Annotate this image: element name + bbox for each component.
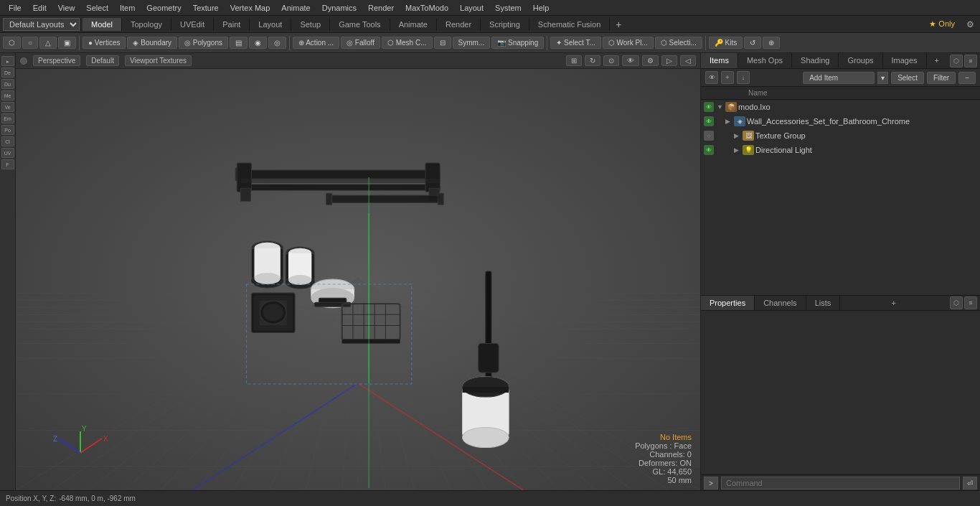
tab-lists[interactable]: Lists xyxy=(806,296,841,310)
work-plane-btn[interactable]: ⬡ Work Pl... xyxy=(603,37,654,49)
mode-extra-btn[interactable]: ◎ xyxy=(268,37,286,49)
tree-item-texture-group[interactable]: ○ ▶ 🖼 Texture Group xyxy=(701,128,980,143)
sidebar-pol-btn[interactable]: Po xyxy=(1,125,14,135)
vp-icon-zoom[interactable]: ⊙ xyxy=(603,55,619,66)
menu-texture[interactable]: Texture xyxy=(187,2,225,14)
sel-mode-vert[interactable]: ⬡ xyxy=(3,37,21,49)
menu-item[interactable]: Item xyxy=(114,2,141,14)
tab-items[interactable]: Items xyxy=(701,53,738,68)
add-col-btn[interactable]: + xyxy=(721,71,734,84)
tab-game-tools[interactable]: Game Tools xyxy=(330,18,390,31)
boundary-btn[interactable]: ◈ Boundary xyxy=(127,37,177,49)
tab-paint[interactable]: Paint xyxy=(214,18,250,31)
sidebar-cl-btn[interactable]: Cl xyxy=(1,136,14,146)
add-layout-tab[interactable]: + xyxy=(610,17,627,32)
rotate-view-btn[interactable]: ↺ xyxy=(744,37,761,49)
sidebar-mesh-btn[interactable]: Me xyxy=(1,90,14,100)
sidebar-em-btn[interactable]: Em xyxy=(1,113,14,123)
tab-schematic-fusion[interactable]: Schematic Fusion xyxy=(529,18,610,31)
tree-item-modo-lxo[interactable]: 👁 ▼ 📦 modo.lxo xyxy=(701,100,980,114)
add-item-dropdown[interactable]: ▾ xyxy=(877,72,888,84)
vp-icon-orbit[interactable]: ↻ xyxy=(585,55,600,66)
tab-images[interactable]: Images xyxy=(883,53,927,68)
right-panel-settings-btn[interactable]: ≡ xyxy=(964,55,977,67)
select-items-btn[interactable]: Select xyxy=(891,72,924,84)
menu-file[interactable]: File xyxy=(3,2,27,14)
menu-layout[interactable]: Layout xyxy=(454,2,489,14)
visibility-icon-wall[interactable]: 👁 xyxy=(704,116,714,126)
symmetry-btn[interactable]: Symm... xyxy=(453,37,491,49)
menu-select[interactable]: Select xyxy=(80,2,114,14)
vp-icon-next[interactable]: ▷ xyxy=(661,55,677,66)
action-btn[interactable]: ⊕ Action ... xyxy=(293,37,339,49)
vp-icon-prev[interactable]: ◁ xyxy=(680,55,696,66)
pin-col-btn[interactable]: ↓ xyxy=(737,71,750,84)
viewport-canvas[interactable]: No Items Polygons : Face Channels: 0 Def… xyxy=(16,69,700,490)
menu-maxtomodo[interactable]: MaxToModo xyxy=(400,2,454,14)
visibility-icon-texture[interactable]: ○ xyxy=(704,131,714,141)
tab-properties[interactable]: Properties xyxy=(701,296,755,310)
vp-icon-settings[interactable]: ⚙ xyxy=(642,55,659,66)
sidebar-top-btn[interactable]: ▸ xyxy=(1,56,14,66)
bottom-panel-settings-btn[interactable]: ≡ xyxy=(964,296,977,309)
sym-icon-btn[interactable]: ⊟ xyxy=(434,37,451,49)
sidebar-vert-btn[interactable]: Ve xyxy=(1,102,14,112)
filter-items-btn[interactable]: Filter xyxy=(927,72,956,84)
tab-mesh-ops[interactable]: Mesh Ops xyxy=(738,53,792,68)
menu-view[interactable]: View xyxy=(52,2,81,14)
falloff-btn[interactable]: ◎ Falloff xyxy=(341,37,380,49)
menu-geometry[interactable]: Geometry xyxy=(141,2,187,14)
command-submit-btn[interactable]: ⏎ xyxy=(963,477,977,489)
tab-channels[interactable]: Channels xyxy=(755,296,806,310)
snapping-btn[interactable]: 📷 Snapping xyxy=(491,37,544,49)
mode-box-btn[interactable]: ▤ xyxy=(230,37,248,49)
default-shading-btn[interactable]: Default xyxy=(86,55,119,66)
visibility-icon-light[interactable]: 👁 xyxy=(704,145,714,155)
menu-system[interactable]: System xyxy=(489,2,527,14)
visibility-col-btn[interactable]: 👁 xyxy=(705,71,718,84)
select-type-btn[interactable]: ✦ Select T... xyxy=(550,37,601,49)
tab-uvedit[interactable]: UVEdit xyxy=(171,18,214,31)
tree-item-dir-light[interactable]: 👁 ▶ 💡 Directional Light xyxy=(701,143,980,157)
mesh-constraint-btn[interactable]: ⬡ Mesh C... xyxy=(382,37,433,49)
tab-scripting[interactable]: Scripting xyxy=(481,18,529,31)
sel-mode-poly[interactable]: △ xyxy=(39,37,57,49)
tree-item-wall-accessories[interactable]: 👁 ▶ ◈ Wall_Accessories_Set_for_Bathroom_… xyxy=(701,114,980,128)
tab-animate[interactable]: Animate xyxy=(390,18,437,31)
tab-setup[interactable]: Setup xyxy=(291,18,330,31)
sidebar-dup-btn[interactable]: Du xyxy=(1,79,14,89)
menu-dynamics[interactable]: Dynamics xyxy=(316,2,362,14)
vp-icon-layout[interactable]: ⊞ xyxy=(566,55,582,66)
sidebar-de-btn[interactable]: De xyxy=(1,67,14,78)
tab-topology[interactable]: Topology xyxy=(122,18,171,31)
vp-icon-look[interactable]: 👁 xyxy=(622,55,639,66)
sidebar-f-btn[interactable]: F xyxy=(1,159,14,169)
layout-settings-icon[interactable]: ⚙ xyxy=(961,18,980,31)
bottom-panel-expand-btn[interactable]: ⬡ xyxy=(950,296,963,309)
sel-mode-edge[interactable]: ○ xyxy=(22,37,38,49)
command-input[interactable] xyxy=(721,477,960,489)
mode-sphere-btn[interactable]: ◉ xyxy=(249,37,267,49)
menu-edit[interactable]: Edit xyxy=(27,2,52,14)
tab-render[interactable]: Render xyxy=(437,18,481,31)
vr-btn[interactable]: ⊕ xyxy=(763,37,780,49)
visibility-icon-modo[interactable]: 👁 xyxy=(704,102,714,112)
viewport-textures-btn[interactable]: Viewport Textures xyxy=(125,55,192,66)
minus-items-btn[interactable]: − xyxy=(958,72,976,84)
add-right-tab[interactable]: + xyxy=(929,53,945,68)
selection-btn[interactable]: ⬡ Selecti... xyxy=(655,37,702,49)
menu-render[interactable]: Render xyxy=(362,2,400,14)
tab-shading[interactable]: Shading xyxy=(792,53,839,68)
add-item-btn[interactable]: Add Item xyxy=(803,72,875,84)
menu-help[interactable]: Help xyxy=(527,2,555,14)
command-prompt-btn[interactable]: > xyxy=(704,477,718,489)
add-bottom-tab[interactable]: + xyxy=(885,296,901,310)
default-layouts-select[interactable]: Default Layouts xyxy=(3,18,80,31)
tab-groups[interactable]: Groups xyxy=(839,53,882,68)
sel-mode-item[interactable]: ▣ xyxy=(58,37,76,49)
star-only[interactable]: ★ Only xyxy=(923,18,961,30)
menu-animate[interactable]: Animate xyxy=(275,2,316,14)
vertices-btn[interactable]: ● Vertices xyxy=(83,37,126,49)
perspective-btn[interactable]: Perspective xyxy=(33,55,80,66)
kits-btn[interactable]: 🔑 Kits xyxy=(709,37,743,49)
